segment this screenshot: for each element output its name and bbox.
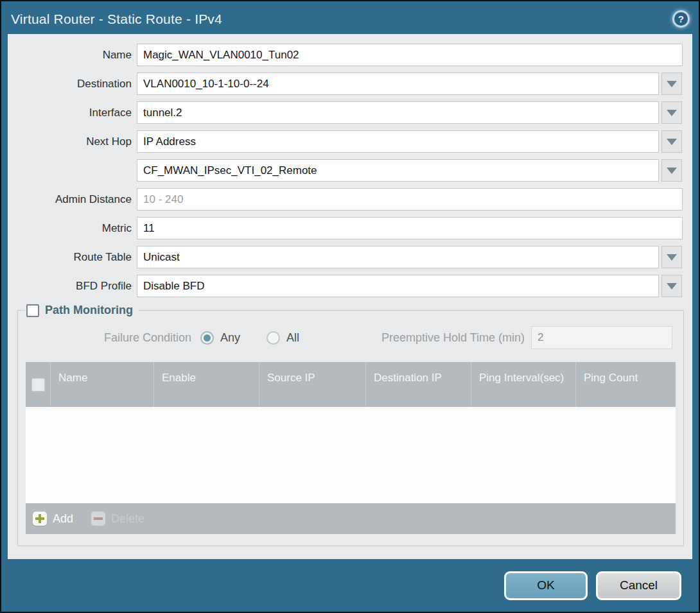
radio-any	[200, 331, 214, 345]
column-header-destination-ip: Destination IP	[366, 362, 471, 407]
name-label: Name	[8, 49, 132, 62]
admin-distance-row: Admin Distance	[8, 188, 692, 211]
ok-button[interactable]: OK	[504, 571, 588, 600]
chevron-down-icon	[667, 254, 677, 261]
path-monitoring-legend: Path Monitoring	[25, 304, 138, 317]
add-button[interactable]: Add	[33, 512, 73, 526]
path-monitoring-section: Path Monitoring Failure Condition Any Al…	[17, 304, 684, 546]
next-hop-type-input[interactable]	[137, 130, 659, 153]
path-monitoring-title: Path Monitoring	[45, 304, 133, 317]
destination-input[interactable]	[137, 73, 659, 95]
admin-distance-label: Admin Distance	[8, 193, 132, 206]
path-table-body	[26, 407, 676, 503]
failure-condition-option-all: All	[267, 331, 299, 345]
admin-distance-input[interactable]	[137, 188, 683, 211]
preemptive-hold-time-label: Preemptive Hold Time (min)	[381, 331, 525, 345]
preemptive-hold-time-input	[531, 326, 672, 349]
name-row: Name	[8, 44, 692, 66]
column-header-ping-count: Ping Count	[576, 362, 676, 407]
destination-row: Destination	[8, 73, 692, 95]
table-select-all-cell	[26, 362, 51, 407]
static-route-dialog: Virtual Router - Static Route - IPv4 ? N…	[0, 0, 700, 613]
next-hop-type-dropdown-button[interactable]	[661, 130, 682, 153]
name-input[interactable]	[137, 44, 683, 66]
route-table-input[interactable]	[137, 246, 659, 268]
chevron-down-icon	[667, 110, 677, 116]
chevron-down-icon	[667, 168, 677, 174]
radio-all-label: All	[286, 331, 299, 345]
bfd-profile-input[interactable]	[137, 275, 659, 297]
metric-input[interactable]	[137, 217, 683, 239]
interface-row: Interface	[8, 101, 692, 124]
chevron-down-icon	[667, 81, 677, 87]
radio-any-label: Any	[220, 331, 240, 345]
failure-condition-option-any: Any	[200, 331, 240, 345]
failure-condition-label: Failure Condition	[22, 331, 191, 345]
path-table-header-row: NameEnableSource IPDestination IPPing In…	[26, 362, 676, 407]
next-hop-address-dropdown-button[interactable]	[661, 159, 682, 182]
next-hop-address-row	[8, 159, 692, 182]
path-table-toolbar: Add Delete	[26, 503, 676, 534]
interface-label: Interface	[8, 107, 132, 119]
interface-input[interactable]	[137, 101, 659, 124]
dialog-title: Virtual Router - Static Route - IPv4	[11, 12, 222, 27]
bfd-profile-label: BFD Profile	[8, 280, 132, 293]
column-header-source-ip: Source IP	[259, 362, 366, 407]
column-header-enable: Enable	[154, 362, 259, 407]
dialog-content: Name Destination Interface Next Hop	[8, 34, 692, 559]
next-hop-address-input[interactable]	[137, 159, 659, 182]
column-header-name: Name	[51, 362, 154, 407]
radio-all	[267, 331, 280, 345]
bfd-profile-dropdown-button[interactable]	[661, 275, 682, 297]
delete-button: Delete	[91, 512, 144, 526]
metric-row: Metric	[8, 217, 692, 239]
plus-icon	[33, 512, 47, 526]
route-table-row: Route Table	[8, 246, 692, 268]
dialog-titlebar: Virtual Router - Static Route - IPv4 ?	[1, 1, 699, 34]
route-table-dropdown-button[interactable]	[661, 246, 682, 268]
next-hop-label: Next Hop	[8, 135, 132, 148]
destination-dropdown-button[interactable]	[661, 73, 682, 95]
interface-dropdown-button[interactable]	[661, 101, 682, 124]
route-table-label: Route Table	[8, 251, 132, 264]
path-monitoring-checkbox[interactable]	[26, 304, 39, 317]
minus-icon	[91, 512, 105, 526]
delete-button-label: Delete	[111, 512, 144, 526]
cancel-button[interactable]: Cancel	[596, 571, 681, 600]
dialog-footer: OK Cancel	[1, 559, 699, 612]
destination-label: Destination	[8, 78, 132, 91]
failure-condition-row: Failure Condition Any All Preemptive Hol…	[22, 326, 679, 349]
next-hop-row: Next Hop	[8, 130, 692, 153]
chevron-down-icon	[667, 139, 677, 145]
chevron-down-icon	[667, 283, 677, 289]
metric-label: Metric	[8, 222, 132, 235]
column-header-ping-interval-sec-: Ping Interval(sec)	[471, 362, 576, 407]
select-all-checkbox	[31, 378, 45, 392]
bfd-profile-row: BFD Profile	[8, 275, 692, 297]
help-icon[interactable]: ?	[672, 10, 690, 28]
add-button-label: Add	[53, 512, 73, 526]
path-monitoring-table: NameEnableSource IPDestination IPPing In…	[26, 362, 676, 534]
